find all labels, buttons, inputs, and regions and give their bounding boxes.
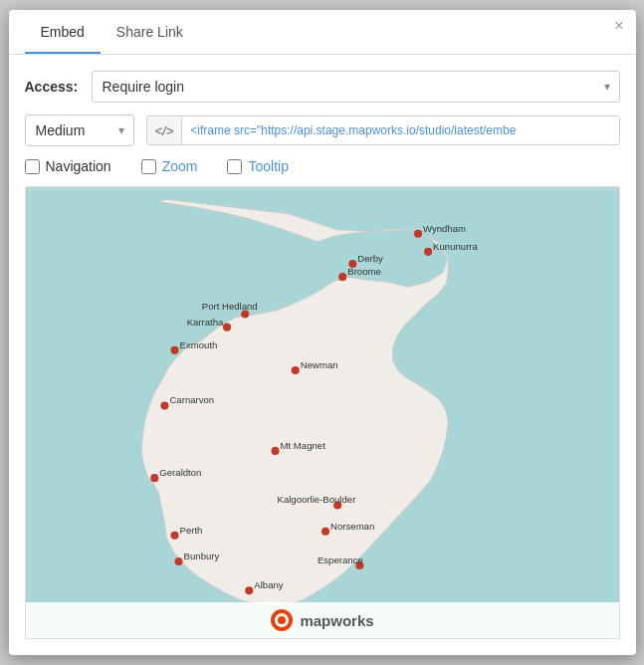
svg-text:Derby: Derby xyxy=(357,253,383,264)
svg-text:Wyndham: Wyndham xyxy=(423,223,466,234)
close-button[interactable]: × xyxy=(614,18,623,34)
size-select-wrapper: Small Medium Large Custom ▾ xyxy=(25,114,134,146)
svg-text:Carnarvon: Carnarvon xyxy=(169,394,214,405)
svg-text:Newman: Newman xyxy=(300,359,337,370)
size-select[interactable]: Small Medium Large Custom xyxy=(25,114,134,146)
svg-text:Geraldton: Geraldton xyxy=(159,467,201,478)
tab-share-link[interactable]: Share Link xyxy=(101,10,199,54)
zoom-label: Zoom xyxy=(162,158,198,174)
tooltip-label: Tooltip xyxy=(248,158,288,174)
svg-text:Port Hedland: Port Hedland xyxy=(201,301,257,312)
map-svg: Wyndham Kununurra Derby Broome Port Hedl… xyxy=(26,187,619,638)
tooltip-checkbox-item[interactable]: Tooltip xyxy=(227,158,288,174)
mapworks-logo: mapworks xyxy=(270,608,373,632)
svg-point-33 xyxy=(245,586,253,594)
iframe-input[interactable] xyxy=(182,116,618,144)
map-container: Wyndham Kununurra Derby Broome Port Hedl… xyxy=(25,186,620,639)
svg-point-11 xyxy=(222,324,230,332)
modal-body: Access: Require login Public ▾ Small Med… xyxy=(9,55,636,655)
size-iframe-row: Small Medium Large Custom ▾ </> xyxy=(25,114,620,146)
svg-point-29 xyxy=(174,557,182,565)
navigation-checkbox-item[interactable]: Navigation xyxy=(25,158,111,174)
svg-point-27 xyxy=(170,532,178,540)
svg-text:Mt Magnet: Mt Magnet xyxy=(280,440,325,451)
access-select-wrapper: Require login Public ▾ xyxy=(92,71,620,103)
svg-text:Bunbury: Bunbury xyxy=(183,551,219,561)
tab-bar: Embed Share Link xyxy=(9,10,636,55)
zoom-checkbox[interactable] xyxy=(141,159,156,174)
modal: × Embed Share Link Access: Require login… xyxy=(9,10,636,655)
svg-point-19 xyxy=(271,447,279,455)
svg-point-3 xyxy=(424,248,432,256)
access-row: Access: Require login Public ▾ xyxy=(25,71,620,103)
svg-text:Perth: Perth xyxy=(179,525,202,536)
checkboxes-row: Navigation Zoom Tooltip xyxy=(25,158,620,174)
svg-point-21 xyxy=(150,474,158,482)
svg-text:Broome: Broome xyxy=(347,266,381,277)
svg-point-1 xyxy=(413,230,421,238)
mapworks-logo-icon xyxy=(270,608,294,632)
svg-text:Kalgoorlie-Boulder: Kalgoorlie-Boulder xyxy=(277,494,356,505)
svg-text:Kununurra: Kununurra xyxy=(433,241,478,252)
svg-point-17 xyxy=(160,401,168,409)
iframe-icon: </> xyxy=(147,117,183,144)
access-label: Access: xyxy=(25,79,80,95)
mapworks-brand-text: mapworks xyxy=(300,612,373,629)
zoom-checkbox-item[interactable]: Zoom xyxy=(141,158,198,174)
tab-embed[interactable]: Embed xyxy=(25,10,101,54)
navigation-checkbox[interactable] xyxy=(25,159,40,174)
svg-point-15 xyxy=(291,366,299,374)
iframe-input-wrapper: </> xyxy=(146,115,620,145)
svg-text:Esperance: Esperance xyxy=(317,554,362,565)
svg-text:Karratha: Karratha xyxy=(186,317,223,328)
svg-text:Norseman: Norseman xyxy=(330,521,374,532)
svg-point-25 xyxy=(321,528,328,536)
navigation-label: Navigation xyxy=(46,158,111,174)
svg-point-37 xyxy=(278,616,286,624)
map-footer: mapworks xyxy=(26,602,619,638)
tooltip-checkbox[interactable] xyxy=(227,159,242,174)
access-select[interactable]: Require login Public xyxy=(92,71,620,103)
svg-point-13 xyxy=(170,346,178,354)
svg-text:Exmouth: Exmouth xyxy=(179,339,217,350)
svg-text:Albany: Albany xyxy=(254,579,283,590)
svg-point-7 xyxy=(338,273,346,281)
